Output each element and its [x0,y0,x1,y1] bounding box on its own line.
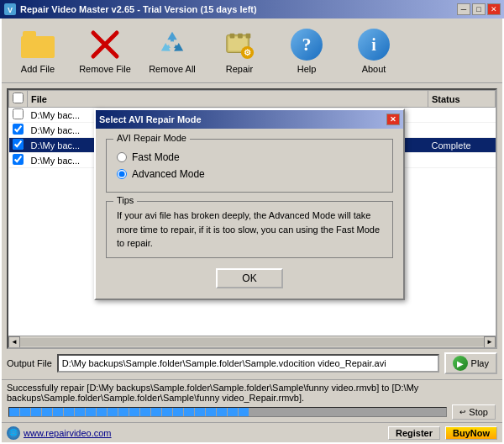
tips-group: Tips If your avi file has broken deeply,… [106,201,393,258]
modal-close-button[interactable]: ✕ [386,114,400,125]
tips-label: Tips [113,195,137,205]
svg-rect-9 [246,34,251,39]
help-button[interactable]: ? Help [277,24,336,77]
website-link[interactable]: www.repairvideo.com [24,428,112,438]
remove-all-label: Remove All [149,64,196,74]
repair-mode-group: AVI Repair Mode Fast Mode Advanced Mode [106,139,393,193]
app-icon: V [3,3,17,16]
minimize-button[interactable]: ─ [457,3,470,15]
register-button[interactable]: Register [388,426,440,440]
about-label: About [362,64,386,74]
url-section: 🌐 www.repairvideo.com [7,426,388,440]
advanced-mode-row: Advanced Mode [117,168,382,180]
modal-title-bar: Select AVI Repair Mode ✕ [96,110,403,129]
remove-all-button[interactable]: Remove All [143,24,202,77]
stop-icon: ↩ [459,408,466,416]
stop-button[interactable]: ↩ Stop [452,404,496,420]
repair-label: Repair [226,64,253,74]
repair-mode-label: AVI Repair Mode [113,133,190,143]
add-file-icon [20,27,55,62]
bottom-buttons: Register BuyNow [388,426,497,440]
progress-track [8,407,447,417]
window-title: Repair Video Master v2.65 - Trial Versio… [20,4,457,14]
remove-file-button[interactable]: Remove File [76,24,134,77]
remove-file-icon [87,27,123,62]
stop-label: Stop [469,407,488,417]
repair-button[interactable]: ⚙ Repair [210,24,269,77]
about-button[interactable]: i About [344,24,403,77]
maximize-button[interactable]: □ [472,3,486,15]
bottom-bar: 🌐 www.repairvideo.com Register BuyNow [2,422,502,442]
status-bar: Successfully repair [D:\My backups\Sampl… [2,379,502,422]
help-icon: ? [289,27,324,62]
svg-text:V: V [8,6,13,14]
window-controls: ─ □ ✕ [457,3,501,15]
repair-icon: ⚙ [222,27,257,62]
earth-icon: 🌐 [7,426,20,440]
status-message: Successfully repair [D:\My backups\Sampl… [7,383,497,403]
fast-mode-radio[interactable] [117,152,127,162]
fast-mode-row: Fast Mode [117,151,382,163]
advanced-mode-radio[interactable] [117,169,127,179]
svg-rect-8 [238,34,243,39]
modal-ok-button[interactable]: OK [216,268,283,288]
svg-text:⚙: ⚙ [244,48,251,57]
add-file-button[interactable]: Add File [8,24,67,77]
advanced-mode-label: Advanced Mode [132,168,205,180]
svg-rect-7 [230,34,235,39]
remove-file-label: Remove File [79,64,131,74]
tips-text: If your avi file has broken deeply, the … [117,209,382,251]
help-label: Help [297,64,317,74]
modal-content: AVI Repair Mode Fast Mode Advanced Mode … [96,129,403,299]
title-bar: V Repair Video Master v2.65 - Trial Vers… [0,0,504,18]
about-icon: i [356,27,391,62]
content-area: File Status D:\My bac... D:\My bac... [2,83,502,379]
remove-all-icon [155,27,190,62]
modal-overlay: Select AVI Repair Mode ✕ AVI Repair Mode… [2,83,502,379]
svg-point-4 [169,41,176,48]
toolbar: Add File Remove File [2,18,502,83]
main-window: Add File Remove File [0,18,504,444]
fast-mode-label: Fast Mode [132,151,180,163]
modal-window: Select AVI Repair Mode ✕ AVI Repair Mode… [94,108,405,300]
close-button[interactable]: ✕ [487,3,501,15]
buynow-button[interactable]: BuyNow [445,426,497,440]
modal-title: Select AVI Repair Mode [99,114,386,124]
add-file-label: Add File [21,64,55,74]
progress-container: ↩ Stop [7,404,497,420]
